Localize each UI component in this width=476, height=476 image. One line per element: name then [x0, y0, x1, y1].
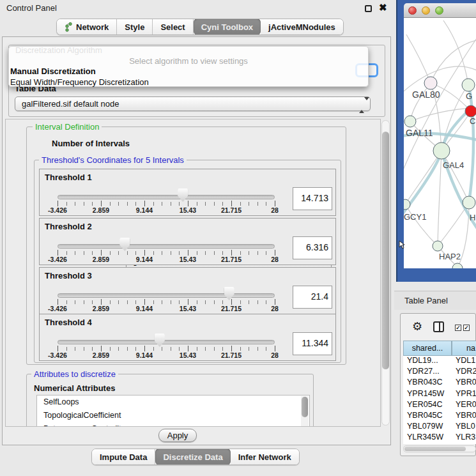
tick-label: 9.144: [136, 305, 153, 312]
tick-label: 9.144: [136, 351, 153, 359]
threshold-label: Threshold 2: [45, 222, 92, 231]
select-all-checkbox-icon[interactable]: ✓: [455, 325, 461, 331]
popup-hint[interactable]: Select algorithm to view settings: [9, 47, 368, 66]
threshold-slider[interactable]: [58, 340, 275, 344]
table-row[interactable]: YBR045CYBR0: [403, 411, 476, 422]
popup-item-manual[interactable]: Manual Discretization: [9, 66, 368, 77]
close-traffic-light-icon[interactable]: [408, 6, 417, 15]
table-hscroll-thumb[interactable]: [404, 447, 466, 451]
threshold-2-box: Threshold 2-3.4262.8599.14415.4321.71528…: [39, 218, 336, 265]
node-label: H: [470, 213, 475, 222]
settings-scroll-thumb[interactable]: [382, 132, 389, 369]
node-table[interactable]: shared... na YDL19...YDL1YDR27...YDR2YBR…: [403, 341, 476, 444]
gear-icon[interactable]: ⚙: [412, 319, 422, 334]
tab-discretize-data[interactable]: Discretize Data: [155, 449, 230, 465]
threshold-slider[interactable]: [58, 293, 275, 298]
threshold-slider[interactable]: [58, 244, 275, 249]
zoom-traffic-light-icon[interactable]: [435, 6, 443, 15]
node-label: GAL11: [406, 128, 433, 138]
slider-thumb-icon[interactable]: [224, 287, 234, 300]
control-panel-titlebar: Control Panel ✖: [0, 0, 394, 17]
interval-definition-title: Interval Definition: [33, 122, 102, 132]
threshold-value-field[interactable]: 14.713: [293, 187, 332, 210]
node-label: GAL4: [443, 160, 464, 170]
slider-thumb-icon[interactable]: [178, 188, 188, 202]
column-header-name[interactable]: na: [452, 341, 476, 356]
node-label: C: [470, 116, 475, 126]
column-header-shared-name[interactable]: shared...: [403, 341, 452, 356]
table-row[interactable]: YER054CYER0: [403, 400, 476, 411]
split-columns-icon[interactable]: [433, 321, 444, 332]
tick-label: 9.144: [136, 206, 153, 214]
threshold-value-field[interactable]: 11.344: [293, 332, 332, 355]
table-row[interactable]: YBR043CYBR0: [403, 378, 476, 388]
tab-jactivemnodules[interactable]: jActiveMNodules: [261, 19, 343, 35]
tick-label: 2.859: [93, 206, 109, 214]
tick-label: 9.144: [136, 256, 153, 263]
node-label: GCY1: [404, 212, 426, 222]
tab-network[interactable]: Network: [57, 19, 117, 35]
node-label: HAP2: [439, 252, 461, 261]
number-of-intervals-label: Number of Intervals: [52, 139, 130, 148]
float-window-icon[interactable]: [365, 5, 372, 12]
threshold-4-box: Threshold 4-3.4262.8599.14415.4321.71528…: [39, 314, 336, 361]
bottom-tab-bar: Impute Data Discretize Data Infer Networ…: [91, 449, 300, 465]
close-icon[interactable]: ✖: [379, 2, 387, 13]
threshold-value-field[interactable]: 21.4: [293, 286, 332, 309]
network-node: [465, 105, 476, 117]
network-icon: [65, 22, 73, 32]
tab-style[interactable]: Style: [117, 19, 153, 35]
tick-label: 28: [271, 351, 279, 359]
slider-ticks: [58, 251, 275, 255]
slider-ticks: [58, 347, 275, 351]
attributes-scrollbar[interactable]: [301, 396, 309, 427]
threshold-slider[interactable]: [58, 195, 275, 199]
node-label: G: [466, 91, 472, 101]
attributes-title: Attributes to discretize: [31, 369, 118, 379]
list-item[interactable]: BetweennessCentrality: [37, 422, 309, 427]
tick-label: 28: [271, 206, 279, 214]
list-item[interactable]: TopologicalCoefficient: [37, 409, 309, 422]
table-row[interactable]: YDL19...YDL1: [403, 356, 476, 367]
slider-ticks: [58, 202, 275, 206]
threshold-coordinates-title: Threshold's Coordinates for 5 Intervals: [39, 155, 187, 165]
table-row[interactable]: YBL079WYBL0: [403, 422, 476, 433]
tick-label: 15.43: [180, 256, 196, 263]
tick-label: 2.859: [93, 256, 109, 263]
network-node: [433, 241, 443, 251]
table-row[interactable]: YDR27...YDR2: [403, 367, 476, 378]
table-data-combo[interactable]: galFiltered.sif default node: [15, 96, 371, 111]
list-item[interactable]: SelfLoops: [37, 395, 309, 409]
network-node: [424, 77, 437, 89]
slider-thumb-icon[interactable]: [155, 334, 165, 347]
tick-label: -3.426: [48, 351, 67, 359]
tab-network-label: Network: [76, 22, 109, 32]
minimize-traffic-light-icon[interactable]: [422, 6, 430, 15]
tick-label: -3.426: [48, 256, 67, 263]
network-window-titlebar[interactable]: [404, 3, 476, 18]
threshold-3-box: Threshold 3-3.4262.8599.14415.4321.71528…: [39, 267, 336, 314]
tab-cyni-toolbox[interactable]: Cyni Toolbox: [194, 19, 261, 35]
threshold-value-field[interactable]: 6.316: [293, 236, 332, 259]
tick-label: 21.715: [221, 256, 242, 263]
numerical-attributes-list[interactable]: SelfLoopsTopologicalCoefficientBetweenne…: [36, 395, 310, 427]
table-row[interactable]: YLR345WYLR3: [403, 433, 476, 443]
tab-infer-network[interactable]: Infer Network: [231, 449, 299, 464]
tick-label: 15.43: [180, 351, 196, 359]
algorithm-dropdown-popup: Select algorithm to view settings Manual…: [8, 46, 369, 87]
tab-select[interactable]: Select: [153, 19, 193, 35]
threshold-1-box: Threshold 1-3.4262.8599.14415.4321.71528…: [39, 169, 336, 216]
table-row[interactable]: YPR145WYPR1: [403, 389, 476, 400]
slider-thumb-icon[interactable]: [119, 238, 130, 251]
network-node: [463, 196, 475, 209]
attributes-scroll-thumb[interactable]: [302, 397, 308, 417]
slider-ticks: [58, 300, 275, 304]
network-canvas[interactable]: GAL80GCGAL11GAL4GCY1HHAP2: [404, 18, 476, 268]
table-data-value: galFiltered.sif default node: [22, 99, 119, 109]
tick-label: 21.715: [221, 305, 242, 312]
apply-button[interactable]: Apply: [158, 429, 197, 442]
select-none-checkbox-icon[interactable]: ✓: [463, 325, 470, 331]
popup-item-equal-width[interactable]: Equal Width/Frequency Discretization: [9, 77, 368, 88]
tab-impute-data[interactable]: Impute Data: [92, 449, 155, 464]
network-node: [404, 116, 416, 127]
